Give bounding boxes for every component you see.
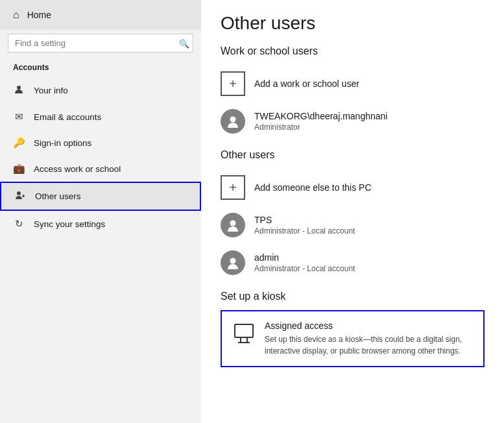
svg-point-6 bbox=[230, 258, 236, 264]
user-tps-entry[interactable]: TPS Administrator - Local account bbox=[221, 206, 485, 244]
search-input[interactable] bbox=[8, 34, 193, 53]
briefcase-icon: 💼 bbox=[13, 163, 25, 175]
main-content: Other users Work or school users + Add a… bbox=[201, 0, 504, 423]
svg-point-0 bbox=[17, 86, 21, 90]
nav-label-access-work-school: Access work or school bbox=[34, 164, 121, 174]
sidebar-home-button[interactable]: ⌂ Home bbox=[0, 0, 201, 30]
add-someone-else-label: Add someone else to this PC bbox=[254, 182, 372, 193]
kiosk-icon bbox=[232, 322, 256, 348]
sidebar-item-sync-settings[interactable]: ↻ Sync your settings bbox=[0, 211, 201, 237]
existing-work-user-avatar bbox=[221, 109, 245, 134]
svg-point-4 bbox=[230, 117, 236, 123]
existing-work-user-entry[interactable]: TWEAKORG\dheeraj.manghnani Administrator bbox=[221, 103, 485, 140]
svg-point-5 bbox=[230, 221, 236, 226]
search-icon: 🔍 bbox=[179, 38, 189, 48]
svg-rect-7 bbox=[235, 324, 253, 337]
sidebar: ⌂ Home 🔍 Accounts Your info ✉ Email & ac… bbox=[0, 0, 201, 423]
sidebar-item-sign-in-options[interactable]: 🔑 Sign-in options bbox=[0, 130, 201, 156]
assigned-access-info: Assigned access Set up this device as a … bbox=[265, 320, 473, 357]
kiosk-section-title: Set up a kiosk bbox=[221, 291, 485, 302]
work-school-section-title: Work or school users bbox=[221, 45, 485, 57]
sidebar-item-access-work-school[interactable]: 💼 Access work or school bbox=[0, 156, 201, 182]
sidebar-section-title: Accounts bbox=[0, 59, 201, 77]
nav-label-sign-in-options: Sign-in options bbox=[34, 138, 91, 148]
page-title: Other users bbox=[221, 13, 485, 34]
search-box: 🔍 bbox=[8, 34, 193, 53]
user-tps-info: TPS Administrator - Local account bbox=[254, 215, 355, 236]
existing-work-user-info: TWEAKORG\dheeraj.manghnani Administrator bbox=[254, 111, 387, 132]
nav-label-email-accounts: Email & accounts bbox=[34, 112, 101, 122]
user-admin-avatar bbox=[221, 250, 245, 275]
add-someone-else-button[interactable]: + Add someone else to this PC bbox=[221, 169, 485, 206]
nav-label-other-users: Other users bbox=[35, 191, 81, 201]
email-icon: ✉ bbox=[13, 111, 25, 123]
key-icon: 🔑 bbox=[13, 137, 25, 149]
svg-point-1 bbox=[17, 191, 21, 195]
add-work-school-label: Add a work or school user bbox=[254, 79, 359, 89]
other-users-section-title: Other users bbox=[221, 149, 485, 161]
sync-icon: ↻ bbox=[13, 218, 25, 230]
add-work-school-icon: + bbox=[221, 71, 245, 96]
assigned-access-button[interactable]: Assigned access Set up this device as a … bbox=[221, 310, 485, 367]
sidebar-item-email-accounts[interactable]: ✉ Email & accounts bbox=[0, 104, 201, 130]
nav-label-sync-settings: Sync your settings bbox=[34, 219, 105, 229]
add-someone-else-icon: + bbox=[221, 175, 245, 200]
add-work-school-button[interactable]: + Add a work or school user bbox=[221, 65, 485, 103]
nav-label-your-info: Your info bbox=[34, 86, 68, 95]
home-label: Home bbox=[27, 10, 51, 20]
user-admin-info: admin Administrator - Local account bbox=[254, 252, 355, 273]
home-icon: ⌂ bbox=[13, 9, 19, 21]
person-icon bbox=[13, 84, 25, 97]
person-add-icon bbox=[14, 190, 26, 202]
user-tps-avatar bbox=[221, 213, 245, 237]
sidebar-item-other-users[interactable]: Other users bbox=[0, 182, 201, 211]
user-admin-entry[interactable]: admin Administrator - Local account bbox=[221, 244, 485, 282]
sidebar-item-your-info[interactable]: Your info bbox=[0, 77, 201, 104]
